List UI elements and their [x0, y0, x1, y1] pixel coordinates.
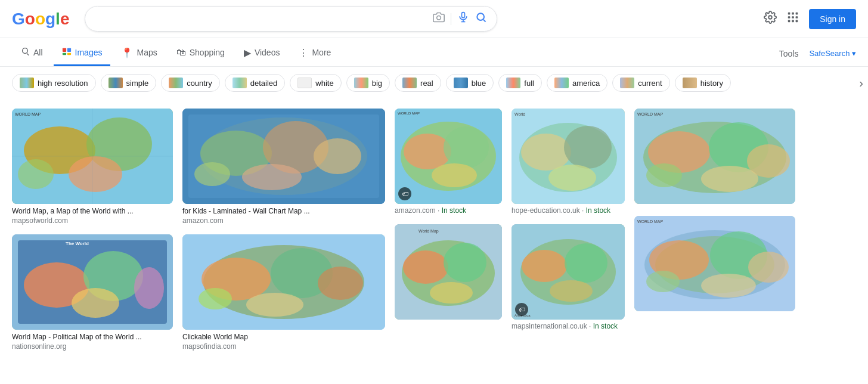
images-icon — [62, 47, 72, 58]
svg-text:World Map: World Map — [418, 229, 439, 234]
result-card-1-1[interactable]: Clickable World Map mapsofindia.com — [182, 234, 385, 351]
search-button[interactable] — [475, 11, 487, 26]
svg-rect-20 — [62, 53, 66, 55]
svg-point-68 — [564, 126, 612, 169]
shopping-tag-0-2: 🏷 — [398, 187, 411, 200]
all-icon — [20, 47, 30, 58]
svg-point-62 — [444, 243, 486, 282]
image-column-0: WORLD MAP World Map, a Map of the World … — [12, 109, 173, 351]
in-stock-badge-0-3: In stock — [586, 206, 610, 215]
result-source-0-0: mapsofworld.com — [12, 216, 173, 225]
svg-point-16 — [23, 48, 28, 54]
chip-real[interactable]: real — [395, 74, 441, 92]
result-card-0-1[interactable]: for Kids - Laminated - Wall Chart Map ..… — [182, 109, 385, 225]
in-stock-badge-0-2: In stock — [442, 206, 466, 215]
result-card-1-0[interactable]: The World World Map - Political Map of t… — [12, 234, 173, 351]
result-card-1-3[interactable]: Antarctica 🏷 mapsinternational.co.uk · I… — [512, 224, 625, 330]
svg-point-72 — [522, 250, 567, 282]
svg-text:WORLD MAP: WORLD MAP — [637, 219, 664, 224]
tab-shopping[interactable]: 🛍 Shopping — [168, 41, 233, 66]
result-card-0-4[interactable]: WORLD MAP — [634, 109, 795, 206]
chip-simple[interactable]: simple — [101, 74, 157, 92]
svg-text:The World: The World — [66, 241, 89, 246]
image-column-4: WORLD MAP WORLD MAP — [634, 109, 795, 351]
svg-text:WORLD MAP: WORLD MAP — [398, 112, 420, 115]
svg-rect-19 — [67, 48, 70, 52]
nav-tabs: All Images 📍 Maps 🛍 Shopping ▶ Videos ⋮ … — [0, 38, 868, 67]
sign-in-button[interactable]: Sign in — [809, 9, 856, 29]
shopping-tag-1-3: 🏷 — [515, 303, 528, 316]
search-input[interactable]: map of the world — [95, 14, 427, 24]
svg-rect-10 — [788, 16, 790, 18]
tab-videos[interactable]: ▶ Videos — [235, 41, 289, 66]
search-icon-group — [433, 11, 487, 26]
svg-rect-11 — [792, 16, 794, 18]
separator — [451, 13, 451, 25]
shopping-icon: 🛍 — [176, 47, 186, 58]
svg-rect-14 — [792, 20, 794, 22]
chip-detailed[interactable]: detailed — [225, 74, 286, 92]
filter-chips-wrapper: high resolution simple country detailed … — [0, 67, 868, 99]
svg-rect-18 — [62, 48, 66, 52]
result-source-0-3: hope-education.co.uk · In stock — [512, 206, 625, 215]
chip-country[interactable]: country — [161, 74, 220, 92]
result-card-0-0[interactable]: WORLD MAP World Map, a Map of the World … — [12, 109, 173, 225]
svg-rect-15 — [796, 20, 798, 22]
result-title-0-1: for Kids - Laminated - Wall Chart Map ..… — [182, 206, 385, 216]
in-stock-badge-1-3: In stock — [593, 322, 618, 330]
settings-icon[interactable] — [764, 11, 777, 27]
svg-point-6 — [768, 16, 772, 19]
svg-point-69 — [548, 165, 596, 191]
chip-current[interactable]: current — [612, 74, 669, 92]
svg-line-5 — [483, 20, 486, 22]
chip-america[interactable]: america — [547, 74, 607, 92]
tab-all[interactable]: All — [12, 41, 51, 66]
chips-next-button[interactable]: › — [854, 72, 868, 95]
result-card-0-2[interactable]: WORLD MAP 🏷 amazon.com · In stock — [395, 109, 502, 215]
chip-history[interactable]: history — [675, 74, 731, 92]
svg-rect-13 — [788, 20, 790, 22]
svg-point-42 — [314, 138, 361, 174]
filter-chips: high resolution simple country detailed … — [0, 67, 868, 99]
svg-point-55 — [444, 126, 489, 168]
svg-point-90 — [748, 252, 789, 283]
chip-full[interactable]: full — [498, 74, 542, 92]
chip-big[interactable]: big — [346, 74, 390, 92]
tab-images[interactable]: Images — [54, 41, 111, 66]
result-card-0-3[interactable]: World hope-education.co.uk · In stock — [512, 109, 625, 215]
result-card-1-2[interactable]: World Map — [395, 224, 502, 322]
image-column-3: World hope-education.co.uk · In stock — [512, 109, 625, 351]
tools-button[interactable]: Tools — [771, 43, 807, 64]
chip-white[interactable]: white — [290, 74, 341, 92]
svg-point-26 — [18, 159, 54, 189]
svg-point-36 — [134, 267, 164, 309]
tab-maps[interactable]: 📍 Maps — [113, 41, 165, 66]
mic-icon[interactable] — [457, 11, 469, 26]
svg-point-35 — [72, 288, 119, 318]
svg-point-67 — [521, 134, 571, 171]
svg-rect-7 — [788, 12, 790, 14]
result-title-1-0: World Map - Political Map of the World .… — [12, 332, 173, 342]
svg-point-73 — [565, 243, 607, 283]
svg-text:WORLD MAP: WORLD MAP — [15, 112, 41, 116]
more-icon: ⋮ — [299, 47, 308, 58]
result-card-1-4[interactable]: WORLD MAP — [634, 216, 795, 314]
svg-point-44 — [242, 164, 302, 190]
svg-rect-8 — [792, 12, 794, 14]
safe-search[interactable]: SafeSearch ▾ — [809, 49, 856, 58]
tab-more[interactable]: ⋮ More — [290, 41, 339, 66]
result-source-1-0: nationsonline.org — [12, 342, 173, 351]
google-logo[interactable]: Google — [12, 10, 69, 29]
svg-line-17 — [27, 54, 29, 55]
image-column-1: for Kids - Laminated - Wall Chart Map ..… — [182, 109, 385, 351]
svg-point-49 — [318, 267, 363, 300]
image-columns: WORLD MAP World Map, a Map of the World … — [12, 109, 856, 351]
apps-icon[interactable] — [786, 11, 799, 27]
result-title-0-0: World Map, a Map of the World with ... — [12, 206, 173, 216]
camera-icon[interactable] — [433, 11, 445, 26]
svg-rect-21 — [67, 53, 70, 55]
svg-point-63 — [430, 282, 473, 304]
chip-high-resolution[interactable]: high resolution — [12, 74, 96, 92]
chip-blue[interactable]: blue — [446, 74, 494, 92]
svg-rect-1 — [462, 13, 465, 18]
